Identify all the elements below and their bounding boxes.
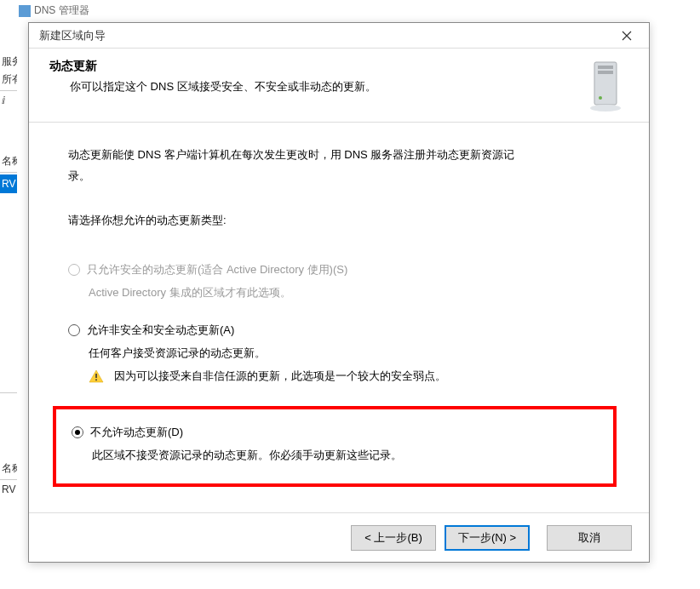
- sidebar-item: 名称: [0, 460, 17, 477]
- svg-rect-5: [95, 374, 97, 378]
- sidebar-item: 所有: [0, 71, 17, 89]
- svg-point-4: [590, 105, 621, 112]
- svg-rect-6: [95, 379, 97, 380]
- intro-text: 录。: [68, 168, 610, 186]
- cancel-button[interactable]: 取消: [547, 525, 632, 551]
- option-nonsecure-and-secure[interactable]: 允许非安全和安全动态更新(A) 任何客户接受资源记录的动态更新。 因为可以接受来…: [68, 323, 610, 384]
- dialog-title: 新建区域向导: [39, 28, 106, 43]
- wizard-subtext: 你可以指定这个 DNS 区域接受安全、不安全或非动态的更新。: [49, 79, 376, 94]
- new-zone-wizard-dialog: 新建区域向导 动态更新 你可以指定这个 DNS 区域接受安全、不安全或非动态的更…: [28, 22, 650, 563]
- instruction-text: 请选择你想允许的动态更新类型:: [68, 213, 610, 228]
- background-sidebar: 服务 所有 ⅈ 名称 RV 名称 RV: [0, 53, 17, 497]
- close-icon: [622, 31, 632, 41]
- radio-no-dynamic-updates[interactable]: [72, 426, 83, 438]
- next-button[interactable]: 下一步(N) >: [445, 525, 530, 551]
- option-label: 允许非安全和安全动态更新(A): [87, 323, 234, 338]
- sidebar-item: RV: [0, 482, 17, 497]
- sidebar-item: 服务: [0, 53, 17, 71]
- wizard-content: 动态更新能使 DNS 客户端计算机在每次发生更改时，用 DNS 服务器注册并动态…: [29, 123, 649, 500]
- warning-icon: [89, 369, 104, 383]
- option-label: 不允许动态更新(D): [90, 425, 183, 440]
- wizard-heading: 动态更新: [49, 59, 376, 74]
- option-secure-only: 只允许安全的动态更新(适合 Active Directory 使用)(S) Ac…: [68, 262, 610, 301]
- back-button[interactable]: < 上一步(B): [351, 525, 436, 551]
- intro-text: 动态更新能使 DNS 客户端计算机在每次发生更改时，用 DNS 服务器注册并动态…: [68, 146, 610, 164]
- options-group: 只允许安全的动态更新(适合 Active Directory 使用)(S) Ac…: [68, 262, 610, 488]
- server-icon: [584, 59, 627, 113]
- highlight-box: 不允许动态更新(D) 此区域不接受资源记录的动态更新。你必须手动更新这些记录。: [53, 406, 617, 488]
- sidebar-item: 名称: [0, 152, 17, 170]
- wizard-header: 动态更新 你可以指定这个 DNS 区域接受安全、不安全或非动态的更新。: [29, 49, 649, 122]
- wizard-button-bar: < 上一步(B) 下一步(N) > 取消: [29, 512, 649, 562]
- option-no-dynamic-updates[interactable]: 不允许动态更新(D) 此区域不接受资源记录的动态更新。你必须手动更新这些记录。: [72, 425, 605, 464]
- warning-row: 因为可以接受来自非信任源的更新，此选项是一个较大的安全弱点。: [89, 369, 610, 384]
- sidebar-item: ⅈ: [0, 93, 17, 108]
- parent-window-title: DNS 管理器: [19, 3, 89, 18]
- warning-text: 因为可以接受来自非信任源的更新，此选项是一个较大的安全弱点。: [114, 369, 446, 384]
- parent-window-title-text: DNS 管理器: [34, 3, 89, 18]
- radio-secure-only: [68, 264, 80, 276]
- dns-app-icon: [19, 5, 31, 17]
- dialog-title-bar: 新建区域向导: [29, 23, 649, 49]
- option-label: 只允许安全的动态更新(适合 Active Directory 使用)(S): [87, 262, 347, 277]
- option-desc: 此区域不接受资源记录的动态更新。你必须手动更新这些记录。: [92, 447, 605, 464]
- close-button[interactable]: [615, 27, 639, 44]
- svg-rect-1: [598, 66, 613, 69]
- radio-nonsecure-and-secure[interactable]: [68, 324, 80, 336]
- svg-point-3: [599, 96, 602, 100]
- svg-rect-2: [598, 71, 613, 74]
- option-desc: Active Directory 集成的区域才有此选项。: [89, 284, 610, 301]
- option-desc: 任何客户接受资源记录的动态更新。: [89, 345, 610, 362]
- sidebar-item-active: RV: [0, 174, 17, 193]
